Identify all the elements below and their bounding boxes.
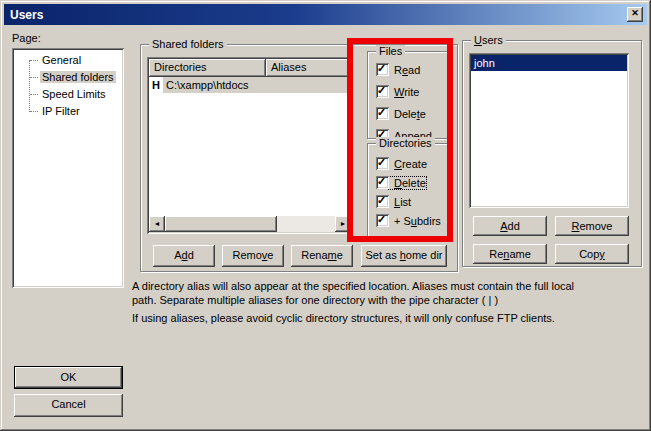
tree-item-general[interactable]: General bbox=[14, 52, 122, 69]
listview-header: Directories Aliases bbox=[149, 59, 351, 77]
user-row-john[interactable]: john bbox=[471, 55, 627, 71]
listview-body: H C:\xampp\htdocs bbox=[149, 77, 351, 216]
copy-user-button[interactable]: Copy bbox=[555, 244, 629, 264]
directories-listview: Directories Aliases H C:\xampp\htdocs ◄ … bbox=[147, 57, 353, 234]
alias-warning-text: If using aliases, please avoid cyclic di… bbox=[132, 311, 642, 325]
alias-help-text-line1: A directory alias will also appear at th… bbox=[132, 279, 642, 293]
users-dialog: Users ✕ Page: General Shared folders Spe… bbox=[0, 0, 651, 431]
window-title: Users bbox=[4, 8, 43, 22]
close-icon[interactable]: ✕ bbox=[627, 7, 643, 22]
alias-help-text-line2: path. Separate multiple aliases for one … bbox=[132, 293, 642, 307]
users-group: Users john Add Remove Rename Copy bbox=[462, 40, 642, 267]
tree-item-ip-filter[interactable]: IP Filter bbox=[14, 103, 122, 120]
ok-button[interactable]: OK bbox=[14, 366, 123, 389]
column-header-directories[interactable]: Directories bbox=[149, 59, 266, 77]
add-user-button[interactable]: Add bbox=[473, 216, 547, 236]
rename-directory-button[interactable]: Rename bbox=[291, 245, 353, 267]
cancel-button[interactable]: Cancel bbox=[14, 394, 123, 417]
column-header-aliases[interactable]: Aliases bbox=[266, 59, 351, 77]
users-group-label: Users bbox=[471, 34, 506, 46]
directory-path: C:\xampp\htdocs bbox=[163, 77, 351, 93]
rename-user-button[interactable]: Rename bbox=[473, 244, 547, 264]
annotation-highlight-rectangle bbox=[347, 38, 453, 242]
remove-user-button[interactable]: Remove bbox=[555, 216, 629, 236]
add-directory-button[interactable]: Add bbox=[153, 245, 215, 267]
tree-item-shared-folders[interactable]: Shared folders bbox=[14, 69, 122, 86]
directory-row[interactable]: H C:\xampp\htdocs bbox=[149, 77, 351, 93]
set-as-home-dir-button[interactable]: Set as home dir bbox=[361, 245, 447, 267]
scroll-left-icon[interactable]: ◄ bbox=[149, 216, 165, 232]
titlebar[interactable]: Users ✕ bbox=[4, 4, 647, 25]
tree-item-speed-limits[interactable]: Speed Limits bbox=[14, 86, 122, 103]
scrollbar-track[interactable] bbox=[277, 216, 335, 232]
users-listbox: john bbox=[469, 53, 629, 208]
scrollbar-thumb[interactable] bbox=[165, 216, 277, 232]
page-label: Page: bbox=[12, 32, 41, 44]
home-directory-marker: H bbox=[149, 77, 163, 93]
shared-folders-group-label: Shared folders bbox=[149, 38, 227, 50]
page-tree: General Shared folders Speed Limits IP F… bbox=[12, 48, 124, 288]
horizontal-scrollbar[interactable]: ◄ ► bbox=[149, 216, 351, 232]
remove-directory-button[interactable]: Remove bbox=[222, 245, 284, 267]
